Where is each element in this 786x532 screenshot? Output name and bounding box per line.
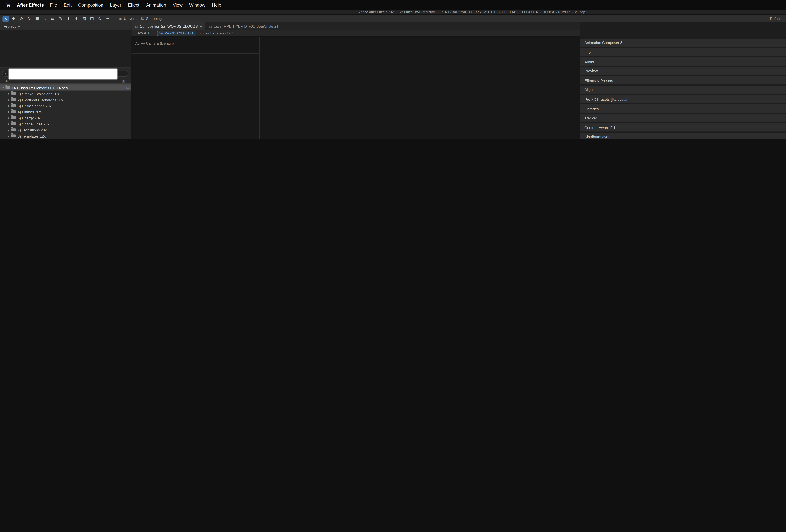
roto-brush-tool[interactable]: ⊕ [96,16,103,21]
collapse-icon[interactable]: ▾ [2,86,4,89]
panel-libraries[interactable]: Libraries [580,105,786,113]
panel-preview[interactable]: Preview [580,67,786,75]
breadcrumb-current-comp[interactable]: 2a_WORDS CLOUDS [157,30,195,36]
name-header-label: Name [6,79,15,83]
eraser-tool[interactable]: ◫ [89,16,95,21]
project-name-column-header[interactable]: Name ◫ [0,78,131,84]
folder-icon [11,134,16,137]
hand-tool[interactable]: ✚ [10,16,17,21]
project-item-6-shape-lines-20x[interactable]: ▸6) Shape Lines 20x [0,121,131,126]
project-item-label: 8) Templates 12x [18,134,46,138]
universal-icon: ▣ [119,17,122,20]
apple-menu-icon[interactable]: ⌘ [6,2,11,7]
tool-buttons: ↖✚⊙↻▣◇▭✎T✱▨◫⊕✦ [2,16,111,21]
search-icon: ⌕ [5,71,7,76]
menu-items: FileEditCompositionLayerEffectAnimationV… [50,2,221,7]
expand-icon[interactable]: ▸ [8,98,10,101]
folder-icon [11,98,16,101]
zoom-tool[interactable]: ⊙ [18,16,25,21]
type-tool[interactable]: T [65,16,72,21]
clone-stamp-tool[interactable]: ▨ [81,16,87,21]
universal-button[interactable]: ▣ Universal [119,16,139,21]
project-search[interactable]: ⌕ [2,71,129,76]
workspace-default[interactable]: Default [770,16,782,21]
project-item-label: 3) Basic Shapes 20x [18,103,51,108]
menu-file[interactable]: File [50,2,57,7]
panel-menu-icon[interactable]: ≡ [18,24,20,28]
breadcrumb-layout[interactable]: LAYOUT [136,31,149,35]
pan-behind-tool[interactable]: ◇ [42,16,48,21]
panel-label: Effects & Presets [584,78,613,83]
menu-layer[interactable]: Layer [110,2,121,7]
project-item-2-electrical-discharges-20x[interactable]: ▸2) Electrical Discharges 20x [0,96,131,102]
layer-tab-label: Layer RPL_HYBRID_v01_JoeWhyte.aif [214,24,278,28]
project-item-8-templates-12x[interactable]: ▸8) Templates 12x [0,133,131,139]
window-title: Adobe After Effects 2021 - /Volumes/OWC … [359,10,587,14]
snapping-toggle[interactable]: Snapping [141,16,162,21]
panel-content-aware-fill[interactable]: Content-Aware Fill [580,123,786,132]
expand-icon[interactable]: ▸ [8,128,10,131]
composition-panel: ▦ Composition 2a_WORDS CLOUDS ≡ ▤ Layer … [132,22,580,139]
composition-viewport[interactable]: Active Camera (Default) [132,37,580,139]
panel-label: DistributeLayers [584,135,611,139]
project-search-input[interactable] [8,68,118,79]
expand-icon[interactable]: ▸ [8,116,10,119]
selection-tool[interactable]: ↖ [2,16,9,21]
snapping-checkbox-icon[interactable] [141,17,144,20]
panel-animation-composer-3[interactable]: Animation Composer 3 [580,39,786,47]
toolbar: ↖✚⊙↻▣◇▭✎T✱▨◫⊕✦ ▣ Universal Snapping Defa… [0,15,786,22]
orbit-camera-tool[interactable]: ↻ [26,16,32,21]
menu-composition[interactable]: Composition [78,2,103,7]
expand-icon[interactable]: ▸ [8,122,10,125]
panel-menu-icon[interactable]: ≡ [200,24,202,28]
camera-tool[interactable]: ▣ [34,16,40,21]
project-item-label: 7) Transitions 20x [18,128,47,132]
expand-icon[interactable]: ▸ [8,92,10,95]
menu-effect[interactable]: Effect [128,2,139,7]
project-item-4-flames-20x[interactable]: ▸4) Flames 20x [0,109,131,115]
project-item-7-transitions-20x[interactable]: ▸7) Transitions 20x [0,127,131,133]
project-item-3-basic-shapes-20x[interactable]: ▸3) Basic Shapes 20x [0,102,131,109]
project-item-label: 4) Flames 20x [18,110,41,114]
breadcrumb-separator-icon: ‹ [153,31,154,35]
workspace-tabs: DefaultLearnStandardSmall ScreenLibrarie… [770,16,786,21]
pen-tool[interactable]: ✎ [57,16,64,21]
menu-help[interactable]: Help [212,2,221,7]
shape-tool[interactable]: ▭ [49,16,56,21]
menu-animation[interactable]: Animation [146,2,166,7]
project-item-5-energy-20x[interactable]: ▸5) Energy 20x [0,115,131,121]
composition-tabs: ▦ Composition 2a_WORDS CLOUDS ≡ ▤ Layer … [132,22,580,30]
app-menu[interactable]: After Effects [17,2,44,7]
puppet-tool[interactable]: ✦ [105,16,111,21]
folder-icon [11,92,16,95]
panel-tracker[interactable]: Tracker [580,114,786,122]
panel-audio[interactable]: Audio [580,57,786,66]
panel-align[interactable]: Align [580,86,786,94]
panel-label: Align [584,88,593,92]
tab-composition[interactable]: ▦ Composition 2a_WORDS CLOUDS ≡ [132,22,205,30]
composition-breadcrumb: LAYOUT ‹ 2a_WORDS CLOUDS Smoke Explosion… [132,30,580,37]
project-tab[interactable]: Project ≡ [0,22,131,30]
project-item-1-smoke-explosions-20x[interactable]: ▸1) Smoke Explosions 20x [0,91,131,96]
panel-distributelayers[interactable]: DistributeLayers [580,133,786,139]
menu-window[interactable]: Window [189,2,205,7]
expand-icon[interactable]: ▸ [8,134,10,137]
panel-stack-rows: Animation Composer 3InfoAudioPreviewEffe… [580,39,786,139]
expand-icon[interactable]: ▸ [8,110,10,113]
panel-label: Content-Aware Fill [584,125,615,130]
expand-icon[interactable]: ▸ [8,104,10,107]
breadcrumb-layer[interactable]: Smoke Explosion 12 * [198,31,233,35]
panel-effects-presets[interactable]: Effects & Presets [580,76,786,85]
brush-tool[interactable]: ✱ [73,16,79,21]
project-item-140-flash-fx-elements-cc-14-aep[interactable]: ▾140 Flash Fx Elements CC 14.aep▤ [0,85,131,90]
panel-pro-fx-presets-particular[interactable]: Pro FX Presets [Particular] [580,95,786,103]
panel-info[interactable]: Info [580,48,786,56]
tab-layer-viewer[interactable]: ▤ Layer RPL_HYBRID_v01_JoeWhyte.aif [205,22,282,30]
panel-label: Preview [584,69,598,73]
column-options-icon[interactable]: ◫ [122,79,125,83]
folder-icon [11,122,16,125]
toolbar-right: DefaultLearnStandardSmall ScreenLibrarie… [770,16,786,21]
menu-view[interactable]: View [173,2,183,7]
project-item-label: 140 Flash Fx Elements CC 14.aep [11,85,68,90]
menu-edit[interactable]: Edit [64,2,71,7]
